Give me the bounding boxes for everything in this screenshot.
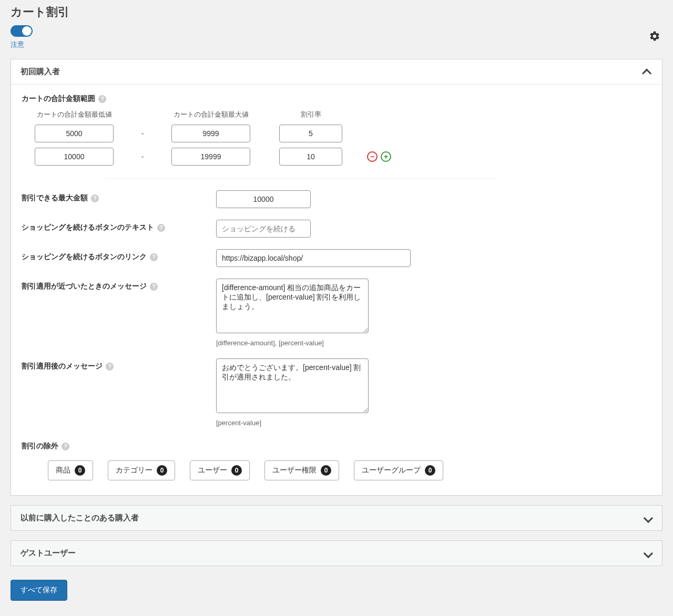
range-header-max: カートの合計金額最大値 — [158, 110, 263, 119]
notice-link[interactable]: 注意 — [11, 40, 33, 49]
save-all-button[interactable]: すべて保存 — [11, 580, 67, 601]
help-icon[interactable]: ? — [98, 95, 106, 103]
help-icon[interactable]: ? — [106, 363, 114, 371]
near-msg-hint: [difference-amount], [percent-value] — [216, 339, 426, 347]
exclude-products-label: 商品 — [56, 466, 70, 475]
exclude-users-label: ユーザー — [198, 466, 227, 475]
exclude-label: 割引の除外 — [22, 442, 58, 451]
help-icon[interactable]: ? — [150, 253, 158, 261]
continue-link-input[interactable] — [216, 249, 411, 267]
exclude-groups-count: 0 — [425, 465, 435, 476]
help-icon[interactable]: ? — [62, 443, 69, 450]
panel-first-purchaser-header[interactable]: 初回購入者 — [11, 59, 662, 85]
exclude-products-count: 0 — [75, 465, 85, 476]
chevron-down-icon — [644, 514, 652, 522]
range-rate-input[interactable] — [279, 148, 342, 166]
range-dash: - — [127, 129, 158, 138]
continue-link-label: ショッピングを続けるボタンのリンク — [22, 252, 147, 262]
help-icon[interactable]: ? — [157, 224, 165, 232]
help-icon[interactable]: ? — [91, 194, 99, 202]
chevron-up-icon — [644, 68, 652, 76]
panel-repeat-purchaser-header[interactable]: 以前に購入したことのある購入者 — [11, 506, 662, 530]
applied-msg-label: 割引適用後のメッセージ — [22, 362, 103, 371]
range-row: - — [22, 125, 651, 142]
page-title: カート割引 — [11, 4, 662, 20]
exclude-users-count: 0 — [231, 465, 242, 476]
gear-icon[interactable] — [649, 30, 660, 45]
exclude-roles-count: 0 — [321, 465, 331, 476]
max-discount-input[interactable] — [216, 190, 311, 208]
range-dash: - — [127, 152, 158, 161]
exclude-users-button[interactable]: ユーザー 0 — [190, 460, 250, 480]
divider — [106, 178, 495, 179]
panel-guest-user-title: ゲストユーザー — [21, 548, 76, 558]
exclude-categories-button[interactable]: カテゴリー 0 — [108, 460, 175, 480]
cart-range-label: カートの合計金額範囲 ? — [22, 94, 651, 104]
range-header-rate: 割引率 — [263, 110, 358, 119]
max-discount-label: 割引できる最大金額 — [22, 193, 88, 203]
near-msg-label: 割引適用が近づいたときのメッセージ — [22, 282, 147, 291]
add-range-button[interactable]: + — [381, 151, 391, 162]
range-rate-input[interactable] — [279, 125, 342, 142]
exclude-roles-label: ユーザー権限 — [272, 466, 317, 475]
range-row: - − + — [22, 148, 651, 166]
panel-first-purchaser-title: 初回購入者 — [21, 67, 60, 77]
exclude-roles-button[interactable]: ユーザー権限 0 — [264, 460, 339, 480]
panel-guest-user-header[interactable]: ゲストユーザー — [11, 541, 662, 566]
range-min-input[interactable] — [35, 125, 114, 142]
panel-guest-user: ゲストユーザー — [11, 540, 662, 566]
help-icon[interactable]: ? — [150, 283, 158, 291]
exclude-categories-count: 0 — [157, 465, 167, 476]
panel-repeat-purchaser: 以前に購入したことのある購入者 — [11, 505, 662, 531]
applied-msg-hint: [percent-value] — [216, 419, 426, 427]
feature-toggle[interactable] — [11, 25, 33, 37]
continue-text-label: ショッピングを続けるボタンのテキスト — [22, 223, 154, 232]
near-msg-textarea[interactable] — [216, 279, 369, 333]
panel-first-purchaser: 初回購入者 カートの合計金額範囲 ? カートの合計金額最低値 カートの合計金額最… — [11, 59, 662, 496]
range-min-input[interactable] — [35, 148, 114, 166]
range-max-input[interactable] — [171, 148, 250, 166]
exclude-groups-button[interactable]: ユーザーグループ 0 — [354, 460, 443, 480]
range-header-min: カートの合計金額最低値 — [22, 110, 127, 119]
chevron-down-icon — [644, 549, 652, 558]
range-max-input[interactable] — [171, 125, 250, 142]
panel-repeat-purchaser-title: 以前に購入したことのある購入者 — [21, 513, 139, 523]
remove-range-button[interactable]: − — [367, 151, 378, 162]
exclude-products-button[interactable]: 商品 0 — [48, 460, 93, 480]
applied-msg-textarea[interactable] — [216, 358, 369, 413]
continue-text-input[interactable] — [216, 220, 311, 238]
exclude-categories-label: カテゴリー — [116, 466, 152, 475]
exclude-groups-label: ユーザーグループ — [362, 466, 421, 475]
